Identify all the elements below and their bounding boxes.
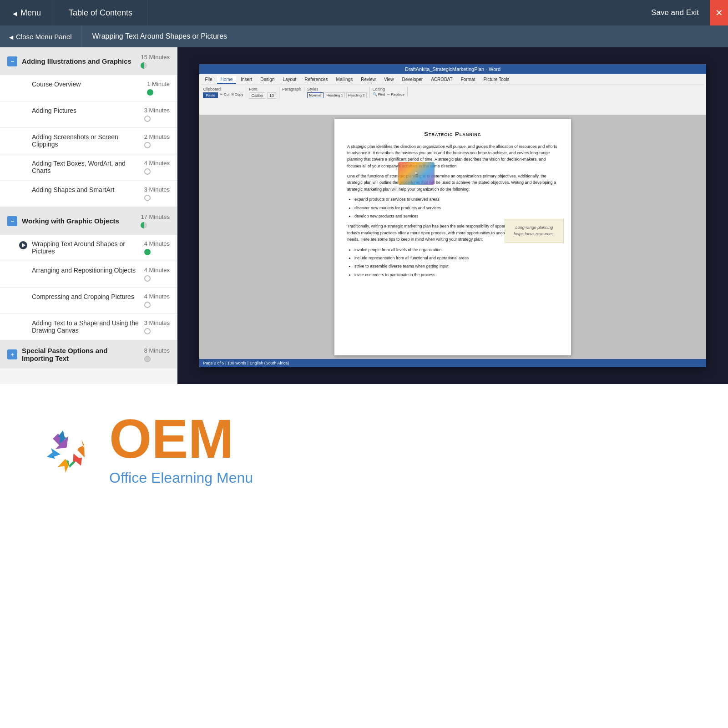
page-list-2: involve people from all levels of the or… — [354, 247, 558, 278]
tab-file[interactable]: File — [201, 76, 216, 84]
ribbon-editing: Editing 🔍 Find ↔ Replace — [373, 87, 408, 96]
lesson-wrapping-text[interactable]: Wrapping Text Around Shapes or Pictures … — [0, 235, 177, 261]
lesson-adding-screenshots[interactable]: Adding Screenshots or Screen Clippings 2… — [0, 128, 177, 154]
paste-button[interactable]: Paste — [203, 92, 217, 98]
section-graphic-minutes: 17 Minutes — [141, 213, 170, 220]
style-heading2[interactable]: Heading 2 — [346, 92, 366, 98]
ribbon-paragraph: Paragraph — [282, 87, 304, 91]
cut-label: ✂ Cut — [220, 92, 230, 98]
lesson-name: Compressing and Cropping Pictures — [32, 293, 140, 300]
save-exit-button[interactable]: Save and Exit — [640, 0, 710, 25]
tab-mailings[interactable]: Mailings — [333, 76, 357, 84]
tab-format[interactable]: Format — [457, 76, 479, 84]
section-graphic-objects-header[interactable]: − Working with Graphic Objects 17 Minute… — [0, 207, 177, 235]
tab-picture-tools[interactable]: Picture Tools — [480, 76, 513, 84]
sidebar: − Adding Illustrations and Graphics 15 M… — [0, 47, 177, 384]
word-ribbon: File Home Insert Design Layout Reference… — [199, 74, 706, 115]
lesson-title: Wrapping Text Around Shapes or Pictures — [81, 32, 238, 40]
lesson-adding-shapes[interactable]: Adding Shapes and SmartArt 3 Minutes — [0, 181, 177, 207]
word-window: DraftAnkita_StrategicMarketingPlan - Wor… — [199, 64, 706, 367]
lesson-progress-dot — [144, 168, 151, 175]
lesson-icon — [19, 161, 27, 169]
lesson-progress-dot — [144, 275, 151, 282]
page-title: Strategic Planning — [347, 130, 558, 139]
menu-button[interactable]: Menu — [0, 0, 54, 25]
word-titlebar: DraftAnkita_StrategicMarketingPlan - Wor… — [199, 64, 706, 74]
tab-developer[interactable]: Developer — [399, 76, 427, 84]
lesson-compressing-pictures[interactable]: Compressing and Cropping Pictures 4 Minu… — [0, 288, 177, 314]
copy-label: ⎘ Copy — [232, 92, 243, 98]
section-collapse-icon: − — [7, 216, 17, 226]
ribbon-clipboard: Clipboard Paste ✂ Cut ⎘ Copy — [203, 87, 246, 98]
section-collapse-icon: − — [7, 56, 17, 66]
lesson-adding-textboxes[interactable]: Adding Text Boxes, WordArt, and Charts 4… — [0, 154, 177, 181]
status-text: Page 2 of 5 | 130 words | English (South… — [203, 361, 289, 365]
tab-review[interactable]: Review — [357, 76, 379, 84]
section-graphic-objects-title: Working with Graphic Objects — [22, 217, 136, 225]
lesson-adding-pictures[interactable]: Adding Pictures 3 Minutes — [0, 101, 177, 128]
ribbon-tabs: File Home Insert Design Layout Reference… — [201, 76, 704, 85]
content-viewer: DraftAnkita_StrategicMarketingPlan - Wor… — [177, 47, 728, 384]
lesson-minutes: 3 Minutes — [144, 319, 170, 326]
lesson-progress-dot — [144, 249, 151, 255]
lesson-icon — [19, 81, 27, 90]
lesson-progress-dot — [144, 142, 151, 148]
ribbon-content: Clipboard Paste ✂ Cut ⎘ Copy Font Calibr… — [201, 86, 704, 100]
style-normal[interactable]: Normal — [307, 92, 324, 98]
lesson-minutes: 4 Minutes — [144, 240, 170, 247]
lesson-adding-text-shape[interactable]: Adding Text to a Shape and Using the Dra… — [0, 314, 177, 340]
style-heading1[interactable]: Heading 1 — [325, 92, 345, 98]
ribbon-font: Font Calibri 10 — [249, 87, 279, 99]
list-item: strive to assemble diverse teams when ge… — [354, 263, 558, 269]
ribbon-styles: Styles Normal Heading 1 Heading 2 — [307, 87, 370, 98]
replace-button[interactable]: ↔ Replace — [386, 92, 404, 96]
close-menu-panel-button[interactable]: Close Menu Panel — [0, 25, 81, 47]
list-item: include representation from all function… — [354, 255, 558, 261]
tab-design[interactable]: Design — [257, 76, 278, 84]
close-button[interactable]: ✕ — [710, 0, 728, 25]
callout-box: Long-range planning helps focus resource… — [505, 219, 564, 243]
section-paste-minutes: 8 Minutes — [144, 347, 170, 354]
main-content: − Adding Illustrations and Graphics 15 M… — [0, 47, 728, 384]
lesson-icon — [19, 268, 27, 276]
lesson-progress-dot — [147, 89, 153, 96]
tab-acrobat[interactable]: ACROBAT — [427, 76, 456, 84]
lesson-arranging-objects[interactable]: Arranging and Repositioning Objects 4 Mi… — [0, 261, 177, 288]
lesson-minutes: 1 Minute — [147, 81, 170, 87]
find-button[interactable]: 🔍 Find — [373, 92, 385, 96]
drag-image: 🖼 — [398, 162, 435, 185]
lesson-icon — [19, 294, 27, 302]
page-body: A strategic plan identifies the directio… — [347, 143, 558, 278]
page-para-1: A strategic plan identifies the directio… — [347, 143, 558, 170]
top-navigation: Menu Table of Contents Save and Exit ✕ — [0, 0, 728, 25]
toc-button[interactable]: Table of Contents — [54, 0, 147, 25]
lesson-minutes: 4 Minutes — [144, 267, 170, 273]
word-statusbar: Page 2 of 5 | 130 words | English (South… — [199, 359, 706, 367]
lesson-icon — [19, 320, 27, 329]
section-expand-icon: + — [7, 349, 17, 359]
tab-view[interactable]: View — [380, 76, 398, 84]
tab-insert[interactable]: Insert — [237, 76, 256, 84]
lesson-name: Adding Shapes and SmartArt — [32, 186, 140, 193]
section-paste-progress — [144, 356, 151, 362]
tab-home[interactable]: Home — [217, 76, 237, 84]
lesson-name: Arranging and Repositioning Objects — [32, 267, 140, 274]
font-size[interactable]: 10 — [267, 92, 276, 99]
font-name[interactable]: Calibri — [249, 92, 265, 99]
close-menu-label: Close Menu Panel — [16, 33, 72, 40]
tab-references[interactable]: References — [301, 76, 331, 84]
lesson-minutes: 2 Minutes — [144, 133, 170, 140]
list-item: discover new markets for products and se… — [354, 205, 558, 211]
toc-label: Table of Contents — [69, 8, 132, 18]
page-para-2: One of the functions of strategic planni… — [347, 173, 558, 192]
section-illustrations-header[interactable]: − Adding Illustrations and Graphics 15 M… — [0, 47, 177, 75]
oem-logo-icon — [36, 417, 100, 481]
section-graphic-progress — [141, 222, 147, 228]
secondary-bar: Close Menu Panel Wrapping Text Around Sh… — [0, 25, 728, 47]
list-item: involve people from all levels of the or… — [354, 247, 558, 253]
lesson-name: Adding Screenshots or Screen Clippings — [32, 133, 140, 148]
lesson-course-overview[interactable]: Course Overview 1 Minute — [0, 75, 177, 101]
tab-layout[interactable]: Layout — [279, 76, 300, 84]
section-paste-options-header[interactable]: + Special Paste Options and Importing Te… — [0, 340, 177, 369]
callout-text: Long-range planning helps focus resource… — [514, 225, 555, 236]
